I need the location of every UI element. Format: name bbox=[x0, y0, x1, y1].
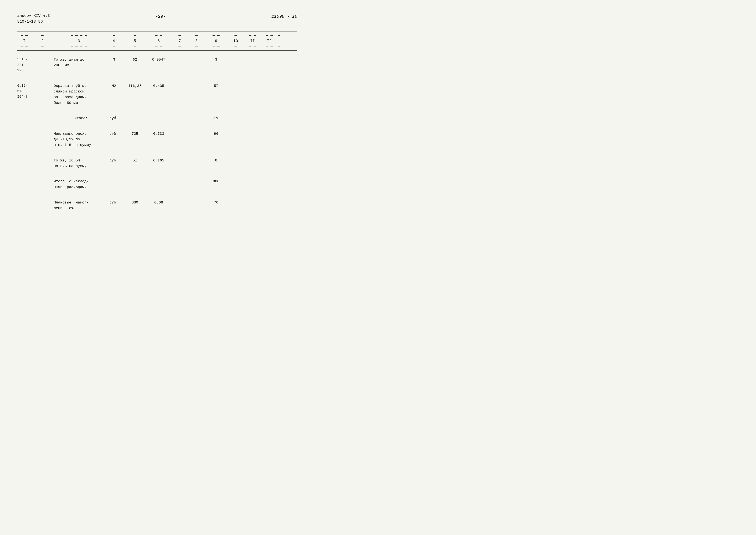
dash-c8: — bbox=[188, 33, 205, 38]
row4-unit: руб. bbox=[104, 131, 124, 137]
row7-col9: 70 bbox=[205, 200, 227, 206]
col-header-3: 3 bbox=[54, 39, 104, 43]
table-row: Плановые накоп-ления -8% руб. 880 0,08 7… bbox=[17, 200, 297, 211]
table-row: Накладные расхо-ды -13,3% поп.п. I–5 на … bbox=[17, 131, 297, 148]
col-header-6: 6 bbox=[146, 39, 171, 43]
dash-c7: — bbox=[171, 33, 188, 38]
row4-col9: 96 bbox=[205, 131, 227, 137]
dash-c1: — — bbox=[17, 33, 31, 38]
row6-col9: 880 bbox=[205, 179, 227, 184]
row4-price: 0,I33 bbox=[146, 131, 171, 137]
row6-description: Итого с наклад-ными расходами bbox=[54, 179, 104, 190]
row3-unit: руб. bbox=[104, 116, 124, 121]
row4-description: Накладные расхо-ды -13,3% поп.п. I–5 на … bbox=[54, 131, 104, 148]
dash-b-c7: — bbox=[171, 44, 188, 49]
doc-number: 810-1-13.86 bbox=[17, 19, 50, 25]
row1-col1: 5.I6–22I22 bbox=[17, 57, 31, 73]
dash-c12: — — bbox=[261, 33, 278, 38]
column-number-row: I 2 3 4 5 6 7 8 9 IO II I2 bbox=[17, 39, 297, 43]
row2-qty: II6,38 bbox=[124, 83, 146, 89]
col-header-9: 9 bbox=[205, 39, 227, 43]
row2-unit: М2 bbox=[104, 83, 124, 89]
dash-b-c4: — bbox=[104, 44, 124, 49]
album-title: альбом XIV ч.3 bbox=[17, 13, 50, 19]
col-header-11: II bbox=[244, 39, 261, 43]
row1-qty: 62 bbox=[124, 57, 146, 63]
col-header-5: 5 bbox=[124, 39, 146, 43]
dash-b-c5: — bbox=[124, 44, 146, 49]
row5-price: 0,I65 bbox=[146, 158, 171, 163]
row2-col9: 5I bbox=[205, 83, 227, 89]
dash-b-c11: — — bbox=[244, 44, 261, 49]
col-header-10: IO bbox=[227, 39, 244, 43]
page: альбом XIV ч.3 810-1-13.86 -29- 21598 - … bbox=[17, 13, 297, 211]
dash-b-c9: — — bbox=[205, 44, 227, 49]
dash-c6: — — bbox=[146, 33, 171, 38]
dash-b-c3: — — — — bbox=[54, 44, 104, 49]
dash-b-c10: — bbox=[227, 44, 244, 49]
dash-row-bottom: — — — — — — — — — — — — — — — — — — — — … bbox=[17, 44, 297, 49]
header: альбом XIV ч.3 810-1-13.86 -29- 21598 - … bbox=[17, 13, 297, 25]
dash-c10: — bbox=[227, 33, 244, 38]
row1-description: То же, диам.до200 мм bbox=[54, 57, 104, 68]
row7-qty: 880 bbox=[124, 200, 146, 206]
row7-price: 0,08 bbox=[146, 200, 171, 206]
row1-price: 0,0547 bbox=[146, 57, 171, 63]
table-row: Итого: руб. 776 bbox=[17, 116, 297, 121]
row4-qty: 725 bbox=[124, 131, 146, 137]
doc-code: 21598 - 16 bbox=[271, 14, 297, 19]
dash-b-c1: — — bbox=[17, 44, 31, 49]
table-row: То же, I6,5%по п.6 на сумму руб. 5I 0,I6… bbox=[17, 158, 297, 169]
dash-c9: — — bbox=[205, 33, 227, 38]
dash-b-c6: — — bbox=[146, 44, 171, 49]
row5-col9: 8 bbox=[205, 158, 227, 163]
row2-price: 0,435 bbox=[146, 83, 171, 89]
dash-c5: — bbox=[124, 33, 146, 38]
row2-col1: 6.I5–6I3I64–7 bbox=[17, 83, 31, 100]
dash-c3: — — — — bbox=[54, 33, 104, 38]
row5-qty: 5I bbox=[124, 158, 146, 163]
col-header-4: 4 bbox=[104, 39, 124, 43]
dash-row-top: — — — — — — — — — — — — — — — — — — — — … bbox=[17, 33, 297, 38]
row7-description: Плановые накоп-ления -8% bbox=[54, 200, 104, 211]
col-header-2: 2 bbox=[31, 39, 54, 43]
dash-c4: — bbox=[104, 33, 124, 38]
dash-b-c8: — bbox=[188, 44, 205, 49]
dash-crest: — bbox=[278, 33, 297, 38]
column-headers: — — — — — — — — — — — — — — — — — — — — … bbox=[17, 31, 297, 51]
dash-b-c12: — — bbox=[261, 44, 278, 49]
row7-unit: руб. bbox=[104, 200, 124, 206]
row3-col9: 776 bbox=[205, 116, 227, 121]
table-row: 6.I5–6I3I64–7 Окраска труб ма-сляной кра… bbox=[17, 83, 297, 106]
dash-b-crest: — bbox=[278, 44, 297, 49]
col-header-1: I bbox=[17, 39, 31, 43]
col-header-8: 8 bbox=[188, 39, 205, 43]
table-row: 5.I6–22I22 То же, диам.до200 мм М 62 0,0… bbox=[17, 57, 297, 73]
row5-unit: руб. bbox=[104, 158, 124, 163]
row5-description: То же, I6,5%по п.6 на сумму bbox=[54, 158, 104, 169]
row2-description: Окраска труб ма-сляной краскойза раза ди… bbox=[54, 83, 104, 106]
dash-c2: — bbox=[31, 33, 54, 38]
row1-unit: М bbox=[104, 57, 124, 63]
header-left: альбом XIV ч.3 810-1-13.86 bbox=[17, 13, 50, 25]
dash-b-c2: — bbox=[31, 44, 54, 49]
col-header-12: I2 bbox=[261, 39, 278, 43]
col-header-7: 7 bbox=[171, 39, 188, 43]
row1-col9: 3 bbox=[205, 57, 227, 63]
dash-c11: — — bbox=[244, 33, 261, 38]
table-row: Итого с наклад-ными расходами 880 bbox=[17, 179, 297, 190]
row3-description: Итого: bbox=[54, 116, 104, 121]
page-number: -29- bbox=[155, 14, 166, 19]
